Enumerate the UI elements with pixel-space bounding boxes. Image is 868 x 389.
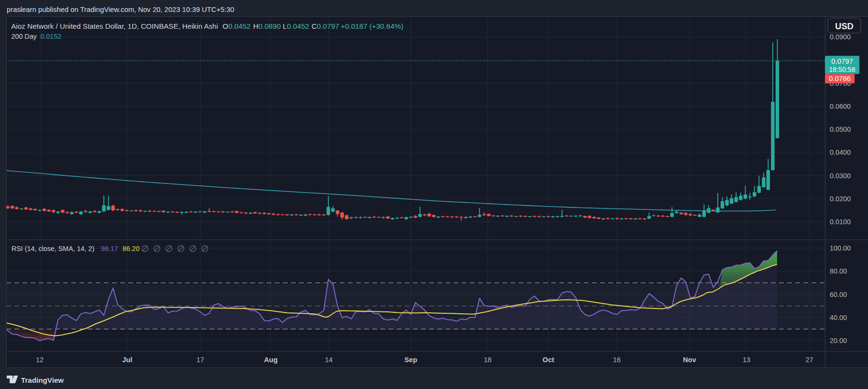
svg-text:Oct: Oct bbox=[543, 356, 554, 364]
svg-text:C0.0797: C0.0797 bbox=[312, 22, 339, 30]
svg-text:20.00: 20.00 bbox=[830, 337, 847, 344]
svg-text:0.0786: 0.0786 bbox=[829, 75, 850, 82]
svg-text:0.0152: 0.0152 bbox=[41, 33, 62, 40]
svg-text:27: 27 bbox=[805, 356, 813, 364]
svg-text:0.0900: 0.0900 bbox=[830, 33, 851, 41]
svg-text:60.00: 60.00 bbox=[830, 291, 847, 298]
svg-text:+0.0187 (+30.64%): +0.0187 (+30.64%) bbox=[341, 22, 403, 30]
svg-text:0.0600: 0.0600 bbox=[830, 103, 851, 110]
svg-text:H0.0890: H0.0890 bbox=[253, 22, 281, 30]
svg-text:13: 13 bbox=[743, 356, 750, 364]
svg-text:14: 14 bbox=[325, 356, 333, 364]
svg-text:18:50:58: 18:50:58 bbox=[829, 66, 855, 73]
svg-text:Nov: Nov bbox=[683, 356, 696, 364]
svg-text:praslearn published on Trading: praslearn published on TradingView.com, … bbox=[7, 6, 234, 13]
svg-text:Aioz Network / United States D: Aioz Network / United States Dollar, 1D,… bbox=[11, 22, 218, 30]
svg-text:18: 18 bbox=[484, 356, 491, 364]
svg-text:TradingView: TradingView bbox=[21, 376, 64, 384]
svg-text:Sep: Sep bbox=[404, 356, 417, 364]
svg-text:0.0500: 0.0500 bbox=[830, 126, 851, 133]
svg-text:0.0797: 0.0797 bbox=[831, 57, 853, 65]
svg-text:RSI (14, close, SMA, 14, 2): RSI (14, close, SMA, 14, 2) bbox=[11, 245, 94, 252]
svg-text:80.00: 80.00 bbox=[830, 267, 847, 275]
svg-text:98.17: 98.17 bbox=[101, 245, 118, 252]
svg-text:L0.0452: L0.0452 bbox=[283, 22, 309, 30]
svg-text:USD: USD bbox=[835, 22, 853, 31]
svg-text:0.0300: 0.0300 bbox=[830, 172, 851, 180]
svg-text:0.0100: 0.0100 bbox=[830, 218, 851, 226]
svg-text:12: 12 bbox=[36, 356, 44, 364]
svg-text:40.00: 40.00 bbox=[830, 314, 847, 321]
svg-text:0.0400: 0.0400 bbox=[830, 149, 851, 156]
svg-text:200 Day: 200 Day bbox=[11, 33, 37, 40]
svg-text:16: 16 bbox=[613, 356, 621, 364]
svg-text:17: 17 bbox=[196, 356, 204, 364]
svg-text:O0.0452: O0.0452 bbox=[223, 22, 251, 30]
svg-text:100.00: 100.00 bbox=[830, 244, 851, 252]
svg-text:Jul: Jul bbox=[122, 356, 132, 364]
svg-text:86.20: 86.20 bbox=[122, 245, 140, 252]
svg-text:Aug: Aug bbox=[264, 356, 278, 364]
svg-text:0.0200: 0.0200 bbox=[830, 195, 851, 203]
